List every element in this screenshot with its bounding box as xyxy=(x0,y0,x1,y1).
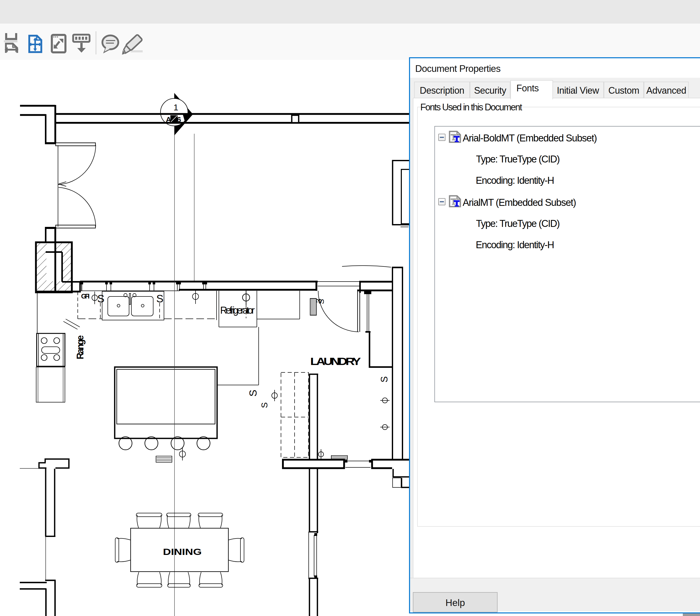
svg-text:GFI: GFI xyxy=(81,292,89,300)
svg-text:S: S xyxy=(260,402,269,408)
svg-text:S: S xyxy=(97,293,104,305)
svg-text:LAUNDRY: LAUNDRY xyxy=(310,356,361,367)
svg-text:S: S xyxy=(247,390,259,396)
svg-text:Range: Range xyxy=(75,335,86,359)
svg-text:1: 1 xyxy=(174,102,178,112)
svg-text:DINING: DINING xyxy=(163,546,202,557)
svg-text:S: S xyxy=(156,293,163,305)
svg-text:S: S xyxy=(379,376,389,382)
svg-text:Refrigerator: Refrigerator xyxy=(220,305,255,316)
svg-text:3: 3 xyxy=(314,298,323,303)
